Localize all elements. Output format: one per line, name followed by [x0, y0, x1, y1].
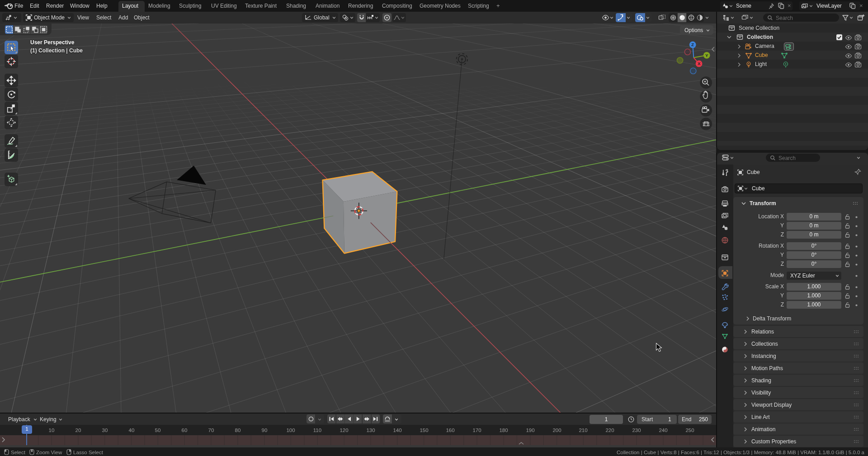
svg-text:Z: Z — [691, 42, 694, 47]
svg-text:Y: Y — [705, 53, 708, 58]
svg-text:X: X — [698, 61, 701, 66]
